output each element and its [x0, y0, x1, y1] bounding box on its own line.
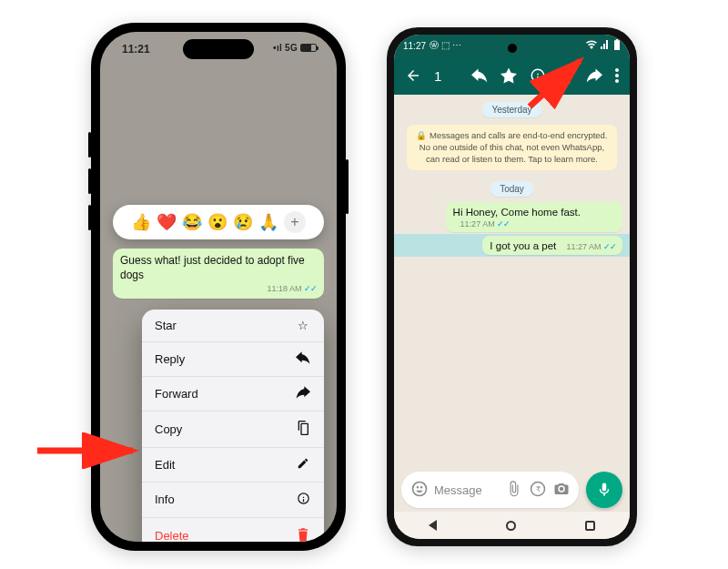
iphone-device-frame: 11:21 •ıl 5G 👍 ❤️ 😂 😮 😢 🙏 + Guess what! … — [91, 23, 346, 551]
selection-count: 1 — [434, 68, 441, 84]
reaction-heart[interactable]: ❤️ — [157, 212, 177, 232]
message-meta: 11:18 AM ✓✓ — [120, 284, 317, 295]
selected-message-bubble[interactable]: Guess what! just decided to adopt five d… — [113, 249, 324, 299]
info-icon — [295, 492, 311, 508]
reaction-sad[interactable]: 😢 — [233, 212, 253, 232]
punch-hole-camera — [508, 44, 517, 53]
message-text: I got you a pet — [490, 240, 556, 251]
back-icon[interactable] — [405, 67, 421, 84]
message-row-1[interactable]: Hi Honey, Come home fast. 11:27 AM ✓✓ — [394, 200, 630, 234]
forward-icon — [295, 386, 311, 401]
mic-button[interactable] — [586, 472, 622, 508]
network-label: 5G — [285, 43, 298, 53]
signal-icon: •ıl — [273, 43, 282, 53]
copy-icon — [295, 421, 311, 438]
wifi-icon — [586, 40, 597, 51]
pencil-icon — [295, 457, 311, 472]
reaction-pray[interactable]: 🙏 — [258, 212, 278, 232]
read-ticks-icon: ✓✓ — [497, 219, 510, 229]
status-time: 11:27 — [403, 41, 426, 51]
android-device-frame: 11:27 ⓦ ⬚ ⋯ 1 — [387, 27, 637, 546]
svg-point-3 — [615, 79, 619, 83]
menu-info[interactable]: Info — [142, 483, 324, 518]
status-icons-left: ⓦ ⬚ ⋯ — [430, 39, 461, 52]
trash-icon — [295, 527, 311, 542]
iphone-screen: 11:21 •ıl 5G 👍 ❤️ 😂 😮 😢 🙏 + Guess what! … — [100, 32, 337, 542]
message-text: Hi Honey, Come home fast. — [453, 207, 581, 218]
battery-icon — [300, 44, 317, 52]
menu-forward-label: Forward — [155, 387, 198, 401]
menu-reply-label: Reply — [155, 352, 185, 366]
android-screen: 11:27 ⓦ ⬚ ⋯ 1 — [394, 35, 630, 539]
reaction-bar: 👍 ❤️ 😂 😮 😢 🙏 + — [113, 205, 324, 239]
rupee-icon[interactable]: ₹ — [530, 481, 546, 500]
svg-point-2 — [615, 74, 619, 77]
camera-icon[interactable] — [553, 481, 570, 500]
reaction-laugh[interactable]: 😂 — [182, 212, 202, 232]
menu-star[interactable]: Star ☆ — [142, 310, 324, 342]
encryption-notice[interactable]: 🔒 Messages and calls are end-to-end encr… — [407, 125, 617, 170]
message-row-2-selected[interactable]: I got you a pet 11:27 AM ✓✓ — [394, 234, 630, 257]
reaction-wow[interactable]: 😮 — [207, 212, 228, 232]
menu-reply[interactable]: Reply — [142, 342, 324, 377]
dynamic-island — [183, 39, 254, 59]
menu-delete[interactable]: Delete — [142, 518, 324, 542]
reaction-more-icon[interactable]: + — [284, 211, 306, 233]
info-icon[interactable] — [530, 67, 546, 84]
battery-icon — [613, 39, 621, 52]
signal-icon — [601, 40, 610, 51]
nav-recents-icon[interactable] — [585, 521, 595, 531]
message-text: Guess what! just decided to adopt five d… — [120, 254, 317, 282]
date-chip-yesterday: Yesterday — [482, 102, 541, 117]
trash-icon[interactable] — [559, 67, 573, 84]
reply-icon[interactable] — [471, 68, 488, 83]
message-time: 11:18 AM — [267, 284, 301, 293]
emoji-icon[interactable] — [410, 480, 429, 501]
menu-copy[interactable]: Copy — [142, 412, 324, 448]
menu-info-label: Info — [155, 493, 175, 506]
reply-icon — [295, 351, 311, 367]
menu-forward[interactable]: Forward — [142, 377, 324, 412]
message-time: 11:27 AM — [460, 219, 495, 229]
message-input[interactable]: Message ₹ — [401, 472, 579, 508]
forward-icon[interactable] — [586, 68, 602, 83]
svg-text:₹: ₹ — [536, 485, 541, 493]
star-icon: ☆ — [295, 319, 311, 332]
status-time: 11:21 — [122, 43, 150, 56]
reaction-thumbs-up[interactable]: 👍 — [131, 212, 151, 232]
attach-icon[interactable] — [506, 481, 522, 500]
message-time: 11:27 AM — [566, 242, 601, 251]
nav-back-icon[interactable] — [429, 520, 437, 531]
menu-delete-label: Delete — [155, 529, 189, 542]
status-right: •ıl 5G — [273, 43, 317, 53]
overflow-icon[interactable] — [615, 68, 619, 83]
menu-edit-label: Edit — [155, 458, 175, 472]
read-ticks-icon: ✓✓ — [304, 284, 317, 293]
menu-edit[interactable]: Edit — [142, 448, 324, 483]
composer: Message ₹ — [401, 472, 622, 508]
svg-point-1 — [615, 68, 619, 72]
star-icon[interactable] — [500, 67, 517, 84]
context-menu: Star ☆ Reply Forward Copy — [142, 310, 324, 542]
message-context: 👍 ❤️ 😂 😮 😢 🙏 + Guess what! just decided … — [113, 205, 324, 542]
input-placeholder: Message — [434, 483, 499, 497]
android-nav-bar — [394, 512, 630, 539]
menu-star-label: Star — [155, 319, 177, 332]
selection-action-bar: 1 — [394, 56, 630, 95]
menu-copy-label: Copy — [155, 422, 182, 436]
read-ticks-icon: ✓✓ — [603, 242, 616, 251]
date-chip-today: Today — [490, 181, 533, 197]
nav-home-icon[interactable] — [506, 521, 516, 531]
